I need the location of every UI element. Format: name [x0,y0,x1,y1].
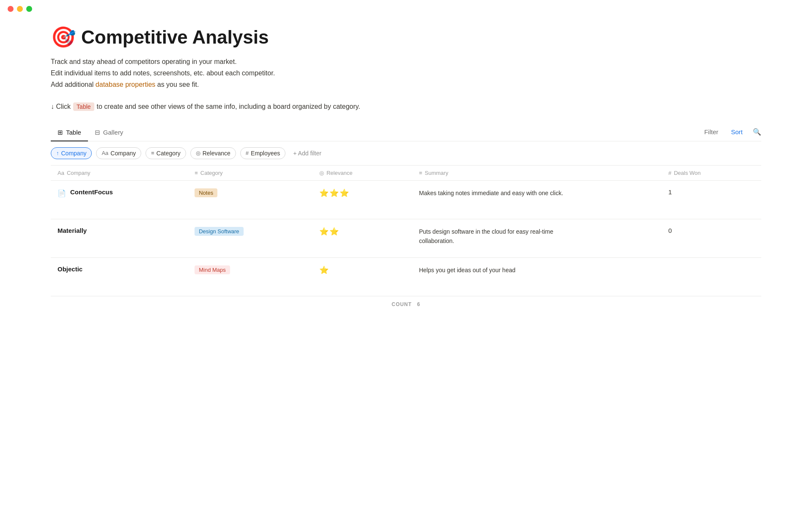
cell-company-0[interactable]: 📄 ContentFocus [51,180,188,219]
description-line-3: Add additional database properties as yo… [51,79,761,90]
th-deals-won-icon: # [668,170,671,176]
cell-company-2[interactable]: Objectic [51,257,188,296]
aa-icon: Aa [102,150,108,156]
page-title: Competitive Analysis [81,27,269,48]
page-emoji: 🎯 [51,25,76,49]
filter-chip-category[interactable]: ≡ Category [145,147,186,159]
relevance-stars-0: ⭐⭐⭐ [319,188,350,198]
cell-deals-won-1: 0 [661,219,761,257]
tab-table[interactable]: ⊞ Table [51,124,88,141]
th-summary-icon: ≡ [419,170,422,176]
relevance-stars-1: ⭐⭐ [319,227,340,236]
maximize-button[interactable] [26,6,32,12]
deals-won-value-1: 0 [668,227,672,234]
cell-summary-1: Puts design software in the cloud for ea… [412,219,661,257]
table-row[interactable]: Materially Design Software ⭐⭐ [51,219,761,257]
cell-summary-2: Helps you get ideas out of your head [412,257,661,296]
cell-category-1[interactable]: Design Software [188,219,313,257]
th-relevance-icon: ◎ [319,170,324,176]
gallery-icon: ⊟ [95,129,100,136]
page-title-row: 🎯 Competitive Analysis [51,25,761,49]
filter-chip-relevance-label: Relevance [203,150,230,157]
search-icon[interactable]: 🔍 [753,128,761,136]
view-tabs-right: Filter Sort 🔍 [702,127,761,139]
cell-relevance-0: ⭐⭐⭐ [313,180,412,219]
cell-relevance-2: ⭐ [313,257,412,296]
view-tabs-left: ⊞ Table ⊟ Gallery [51,124,130,141]
table-wrapper: Aa Company ≡ Category ◎ Relevance [51,166,761,312]
db-properties-link[interactable]: database properties [96,81,155,88]
category-badge-2: Mind Maps [195,265,230,274]
th-category: ≡ Category [188,166,313,181]
count-bar: COUNT 6 [51,296,761,312]
filter-chip-category-label: Category [156,150,181,157]
traffic-lights [0,0,40,18]
page-description: Track and stay ahead of competitors oper… [51,56,761,91]
company-name-2: Objectic [58,265,82,273]
company-doc-icon: 📄 [58,189,66,197]
summary-text-1: Puts design software in the cloud for ea… [419,227,571,246]
cell-deals-won-2 [661,257,761,296]
th-relevance: ◎ Relevance [313,166,412,181]
filter-chip-employees[interactable]: # Employees [240,147,286,159]
tab-table-label: Table [66,129,81,136]
summary-text-0: Makes taking notes immediate and easy wi… [419,188,563,198]
tab-gallery-label: Gallery [103,129,123,136]
minimize-button[interactable] [17,6,23,12]
deals-won-value-0: 1 [668,188,672,196]
th-company-label: Company [67,170,91,176]
company-name-1: Materially [58,227,87,234]
table-header-row: Aa Company ≡ Category ◎ Relevance [51,166,761,181]
cell-category-2[interactable]: Mind Maps [188,257,313,296]
category-badge-1: Design Software [195,227,243,236]
tab-gallery[interactable]: ⊟ Gallery [88,124,130,141]
th-deals-won: # Deals Won [661,166,761,181]
th-summary-label: Summary [425,170,448,176]
hash-icon: # [246,150,249,156]
filter-button[interactable]: Filter [702,127,721,137]
th-relevance-label: Relevance [326,170,352,176]
filter-chip-company[interactable]: Aa Company [96,147,141,159]
th-category-icon: ≡ [195,170,198,176]
th-company: Aa Company [51,166,188,181]
cell-deals-won-0: 1 [661,180,761,219]
filter-chip-company-sort[interactable]: ↑ Company [51,147,92,159]
sort-button[interactable]: Sort [728,127,745,137]
filter-bar: ↑ Company Aa Company ≡ Category ◎ Releva… [51,141,761,166]
description-line-1: Track and stay ahead of competitors oper… [51,56,761,67]
filter-chip-employees-label: Employees [251,150,280,157]
description-line-2: Edit individual items to add notes, scre… [51,67,761,79]
relevance-stars-2: ⭐ [319,265,329,275]
cell-summary-0: Makes taking notes immediate and easy wi… [412,180,661,219]
view-tabs-bar: ⊞ Table ⊟ Gallery Filter Sort 🔍 [51,124,761,141]
filter-chip-relevance[interactable]: ◎ Relevance [190,147,236,159]
count-label: COUNT [392,301,411,307]
th-deals-won-label: Deals Won [674,170,700,176]
cell-company-1[interactable]: Materially [51,219,188,257]
cell-category-0[interactable]: Notes [188,180,313,219]
table-row[interactable]: Objectic Mind Maps ⭐ [51,257,761,296]
cell-relevance-1: ⭐⭐ [313,219,412,257]
count-value: 6 [417,301,420,307]
sort-up-icon: ↑ [56,150,59,156]
company-name-0: ContentFocus [70,188,113,196]
th-company-icon: Aa [58,170,64,176]
hint-line: ↓ Click Table to create and see other vi… [51,102,761,111]
filter-chip-company-sort-label: Company [61,150,87,157]
table-row[interactable]: 📄 ContentFocus Notes ⭐⭐⭐ [51,180,761,219]
hint-prefix: ↓ Click [51,103,71,110]
table-icon: ⊞ [58,129,63,136]
list-icon: ≡ [151,150,154,156]
hint-table-badge[interactable]: Table [73,102,94,111]
relevance-icon: ◎ [196,150,200,156]
close-button[interactable] [8,6,14,12]
filter-chip-company-label: Company [110,150,136,157]
category-badge-0: Notes [195,188,217,197]
th-category-label: Category [200,170,223,176]
th-summary: ≡ Summary [412,166,661,181]
hint-suffix: to create and see other views of the sam… [97,103,360,110]
summary-text-2: Helps you get ideas out of your head [419,265,516,275]
data-table: Aa Company ≡ Category ◎ Relevance [51,166,761,296]
add-filter-button[interactable]: + Add filter [290,148,325,159]
